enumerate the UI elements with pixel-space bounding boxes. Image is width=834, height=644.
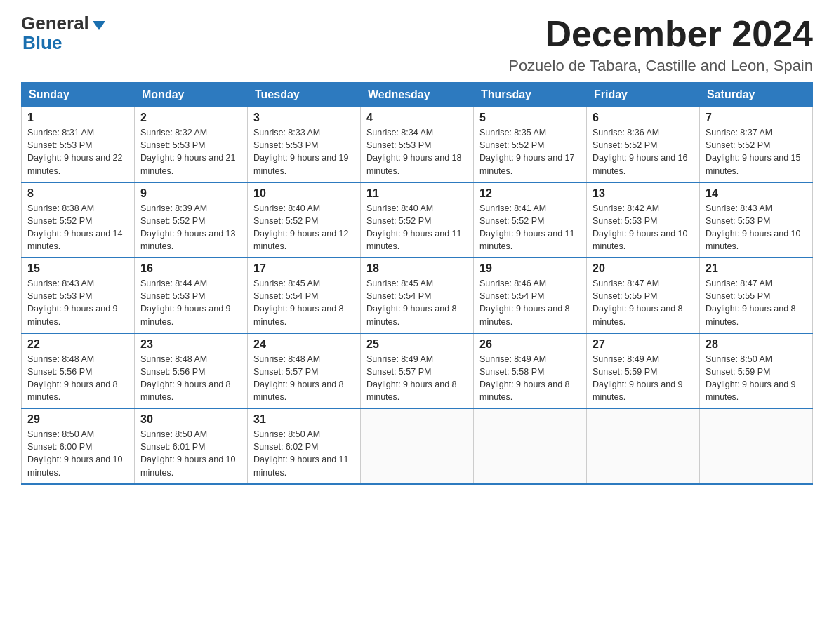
header-thursday: Thursday bbox=[474, 83, 587, 107]
table-row: 7Sunrise: 8:37 AMSunset: 5:52 PMDaylight… bbox=[700, 107, 813, 182]
table-row: 28Sunrise: 8:50 AMSunset: 5:59 PMDayligh… bbox=[700, 333, 813, 409]
day-info: Sunrise: 8:38 AMSunset: 5:52 PMDaylight:… bbox=[27, 202, 128, 253]
day-info: Sunrise: 8:40 AMSunset: 5:52 PMDaylight:… bbox=[366, 202, 468, 253]
table-row: 8Sunrise: 8:38 AMSunset: 5:52 PMDaylight… bbox=[22, 182, 135, 258]
calendar-week-row: 1Sunrise: 8:31 AMSunset: 5:53 PMDaylight… bbox=[22, 107, 813, 182]
location-title: Pozuelo de Tabara, Castille and Leon, Sp… bbox=[508, 57, 813, 75]
calendar-header-row: Sunday Monday Tuesday Wednesday Thursday… bbox=[22, 83, 813, 107]
day-info: Sunrise: 8:48 AMSunset: 5:56 PMDaylight:… bbox=[140, 353, 241, 404]
table-row: 20Sunrise: 8:47 AMSunset: 5:55 PMDayligh… bbox=[587, 257, 700, 333]
table-row: 15Sunrise: 8:43 AMSunset: 5:53 PMDayligh… bbox=[22, 257, 135, 333]
table-row: 22Sunrise: 8:48 AMSunset: 5:56 PMDayligh… bbox=[22, 333, 135, 409]
table-row: 27Sunrise: 8:49 AMSunset: 5:59 PMDayligh… bbox=[587, 333, 700, 409]
day-number: 28 bbox=[706, 338, 807, 351]
day-number: 25 bbox=[366, 338, 468, 351]
table-row: 19Sunrise: 8:46 AMSunset: 5:54 PMDayligh… bbox=[474, 257, 587, 333]
table-row bbox=[474, 408, 587, 484]
day-number: 2 bbox=[140, 112, 241, 124]
day-info: Sunrise: 8:44 AMSunset: 5:53 PMDaylight:… bbox=[140, 277, 241, 328]
day-number: 13 bbox=[593, 187, 694, 200]
day-number: 14 bbox=[706, 187, 807, 200]
day-info: Sunrise: 8:40 AMSunset: 5:52 PMDaylight:… bbox=[253, 202, 355, 253]
day-info: Sunrise: 8:43 AMSunset: 5:53 PMDaylight:… bbox=[706, 202, 807, 253]
day-info: Sunrise: 8:49 AMSunset: 5:58 PMDaylight:… bbox=[479, 353, 581, 404]
calendar-week-row: 8Sunrise: 8:38 AMSunset: 5:52 PMDaylight… bbox=[22, 182, 813, 258]
day-info: Sunrise: 8:34 AMSunset: 5:53 PMDaylight:… bbox=[366, 126, 468, 177]
table-row: 5Sunrise: 8:35 AMSunset: 5:52 PMDaylight… bbox=[474, 107, 587, 182]
title-block: December 2024 Pozuelo de Tabara, Castill… bbox=[508, 14, 813, 75]
day-info: Sunrise: 8:43 AMSunset: 5:53 PMDaylight:… bbox=[27, 277, 128, 328]
header-wednesday: Wednesday bbox=[361, 83, 474, 107]
day-number: 29 bbox=[27, 413, 128, 426]
table-row: 9Sunrise: 8:39 AMSunset: 5:52 PMDaylight… bbox=[135, 182, 248, 258]
calendar-table: Sunday Monday Tuesday Wednesday Thursday… bbox=[21, 82, 813, 485]
day-info: Sunrise: 8:50 AMSunset: 6:02 PMDaylight:… bbox=[253, 428, 355, 479]
table-row bbox=[361, 408, 474, 484]
day-info: Sunrise: 8:33 AMSunset: 5:53 PMDaylight:… bbox=[253, 126, 355, 177]
day-number: 4 bbox=[366, 112, 468, 124]
day-info: Sunrise: 8:49 AMSunset: 5:59 PMDaylight:… bbox=[593, 353, 694, 404]
header-tuesday: Tuesday bbox=[248, 83, 361, 107]
table-row: 14Sunrise: 8:43 AMSunset: 5:53 PMDayligh… bbox=[700, 182, 813, 258]
calendar-week-row: 22Sunrise: 8:48 AMSunset: 5:56 PMDayligh… bbox=[22, 333, 813, 409]
logo: General Blue bbox=[21, 14, 105, 52]
table-row: 6Sunrise: 8:36 AMSunset: 5:52 PMDaylight… bbox=[587, 107, 700, 182]
day-number: 24 bbox=[253, 338, 355, 351]
logo-blue-text: Blue bbox=[22, 32, 62, 53]
day-number: 31 bbox=[253, 413, 355, 426]
day-info: Sunrise: 8:47 AMSunset: 5:55 PMDaylight:… bbox=[706, 277, 807, 328]
table-row: 21Sunrise: 8:47 AMSunset: 5:55 PMDayligh… bbox=[700, 257, 813, 333]
day-number: 6 bbox=[593, 112, 694, 124]
day-number: 23 bbox=[140, 338, 241, 351]
day-info: Sunrise: 8:48 AMSunset: 5:57 PMDaylight:… bbox=[253, 353, 355, 404]
day-number: 26 bbox=[479, 338, 581, 351]
day-info: Sunrise: 8:48 AMSunset: 5:56 PMDaylight:… bbox=[27, 353, 128, 404]
day-number: 27 bbox=[593, 338, 694, 351]
day-number: 7 bbox=[706, 112, 807, 124]
day-info: Sunrise: 8:50 AMSunset: 6:01 PMDaylight:… bbox=[140, 428, 241, 479]
table-row: 4Sunrise: 8:34 AMSunset: 5:53 PMDaylight… bbox=[361, 107, 474, 182]
day-number: 16 bbox=[140, 262, 241, 275]
table-row: 10Sunrise: 8:40 AMSunset: 5:52 PMDayligh… bbox=[248, 182, 361, 258]
day-info: Sunrise: 8:46 AMSunset: 5:54 PMDaylight:… bbox=[479, 277, 581, 328]
table-row: 12Sunrise: 8:41 AMSunset: 5:52 PMDayligh… bbox=[474, 182, 587, 258]
table-row: 17Sunrise: 8:45 AMSunset: 5:54 PMDayligh… bbox=[248, 257, 361, 333]
calendar-week-row: 29Sunrise: 8:50 AMSunset: 6:00 PMDayligh… bbox=[22, 408, 813, 484]
day-number: 18 bbox=[366, 262, 468, 275]
month-title: December 2024 bbox=[508, 14, 813, 54]
day-info: Sunrise: 8:49 AMSunset: 5:57 PMDaylight:… bbox=[366, 353, 468, 404]
table-row: 2Sunrise: 8:32 AMSunset: 5:53 PMDaylight… bbox=[135, 107, 248, 182]
day-info: Sunrise: 8:32 AMSunset: 5:53 PMDaylight:… bbox=[140, 126, 241, 177]
day-number: 30 bbox=[140, 413, 241, 426]
day-info: Sunrise: 8:47 AMSunset: 5:55 PMDaylight:… bbox=[593, 277, 694, 328]
table-row: 3Sunrise: 8:33 AMSunset: 5:53 PMDaylight… bbox=[248, 107, 361, 182]
day-number: 22 bbox=[27, 338, 128, 351]
day-info: Sunrise: 8:37 AMSunset: 5:52 PMDaylight:… bbox=[706, 126, 807, 177]
header-saturday: Saturday bbox=[700, 83, 813, 107]
table-row: 29Sunrise: 8:50 AMSunset: 6:00 PMDayligh… bbox=[22, 408, 135, 484]
day-info: Sunrise: 8:35 AMSunset: 5:52 PMDaylight:… bbox=[479, 126, 581, 177]
header-monday: Monday bbox=[135, 83, 248, 107]
header-friday: Friday bbox=[587, 83, 700, 107]
logo-general-text: General bbox=[21, 14, 89, 32]
day-number: 3 bbox=[253, 112, 355, 124]
day-number: 11 bbox=[366, 187, 468, 200]
calendar-week-row: 15Sunrise: 8:43 AMSunset: 5:53 PMDayligh… bbox=[22, 257, 813, 333]
table-row bbox=[587, 408, 700, 484]
day-number: 5 bbox=[479, 112, 581, 124]
day-number: 8 bbox=[27, 187, 128, 200]
table-row: 1Sunrise: 8:31 AMSunset: 5:53 PMDaylight… bbox=[22, 107, 135, 182]
day-number: 12 bbox=[479, 187, 581, 200]
day-number: 1 bbox=[27, 112, 128, 124]
table-row: 11Sunrise: 8:40 AMSunset: 5:52 PMDayligh… bbox=[361, 182, 474, 258]
day-info: Sunrise: 8:39 AMSunset: 5:52 PMDaylight:… bbox=[140, 202, 241, 253]
day-number: 21 bbox=[706, 262, 807, 275]
day-info: Sunrise: 8:41 AMSunset: 5:52 PMDaylight:… bbox=[479, 202, 581, 253]
table-row: 13Sunrise: 8:42 AMSunset: 5:53 PMDayligh… bbox=[587, 182, 700, 258]
day-number: 9 bbox=[140, 187, 241, 200]
header-sunday: Sunday bbox=[22, 83, 135, 107]
day-number: 10 bbox=[253, 187, 355, 200]
table-row: 31Sunrise: 8:50 AMSunset: 6:02 PMDayligh… bbox=[248, 408, 361, 484]
day-number: 19 bbox=[479, 262, 581, 275]
day-info: Sunrise: 8:45 AMSunset: 5:54 PMDaylight:… bbox=[253, 277, 355, 328]
